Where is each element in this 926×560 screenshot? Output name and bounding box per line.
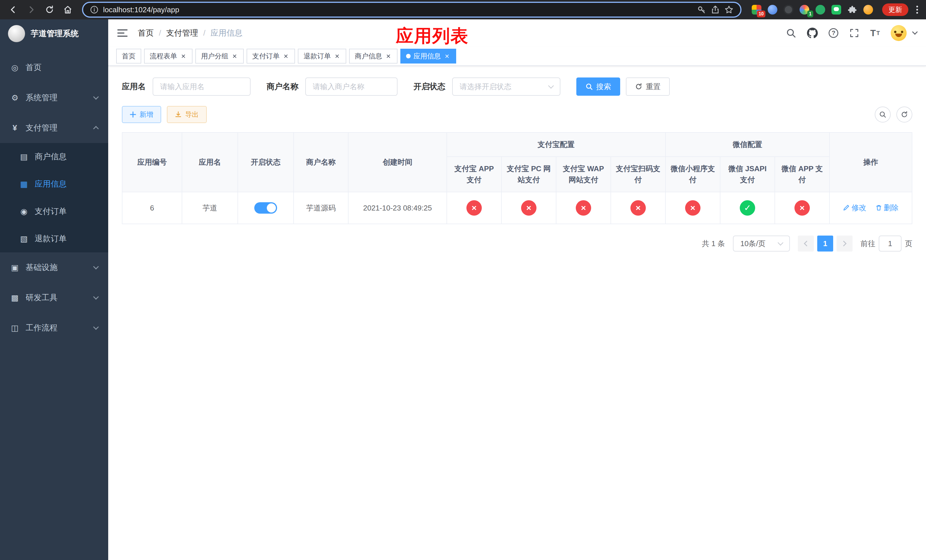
extension-green-circle-icon[interactable]: [816, 5, 825, 15]
sidebar-item-home[interactable]: 首页: [0, 52, 108, 83]
cell-created: 2021-10-23 08:49:25: [348, 192, 447, 224]
tab-process-form[interactable]: 流程表单: [144, 49, 192, 64]
font-size-icon[interactable]: [870, 28, 880, 38]
sidebar-toggle-icon[interactable]: [117, 29, 127, 37]
next-page-button[interactable]: [837, 236, 853, 251]
col-header-id: 应用编号: [122, 132, 182, 192]
password-key-icon[interactable]: [697, 5, 706, 14]
sidebar: 芋道管理系统 首页 系统管理 支付管理 商户信息: [0, 20, 108, 560]
search-icon[interactable]: [786, 28, 796, 38]
col-header-alipay-app: 支付宝 APP 支付: [447, 157, 501, 192]
prev-page-button[interactable]: [798, 236, 814, 251]
tab-user-group[interactable]: 用户分组: [195, 49, 244, 64]
tab-label: 退款订单: [304, 51, 331, 61]
extension-colorful-icon[interactable]: 1: [800, 5, 809, 15]
chevron-down-icon: [93, 294, 99, 300]
browser-menu-icon[interactable]: [914, 6, 920, 14]
fullscreen-icon[interactable]: [849, 28, 859, 38]
edit-link[interactable]: 修改: [843, 203, 866, 213]
extension-chat-icon[interactable]: [831, 5, 841, 15]
grid-icon: [20, 179, 29, 189]
group-header-alipay: 支付宝配置: [447, 132, 666, 157]
delete-link[interactable]: 删除: [875, 203, 899, 213]
sidebar-item-pay-order[interactable]: 支付订单: [0, 198, 108, 225]
sidebar-item-workflow[interactable]: 工作流程: [0, 313, 108, 343]
sidebar-item-app-info[interactable]: 应用信息: [0, 170, 108, 198]
col-header-actions: 操作: [829, 132, 912, 192]
help-icon[interactable]: [829, 28, 838, 38]
search-button[interactable]: 搜索: [576, 77, 620, 96]
user-avatar[interactable]: [891, 25, 906, 41]
extension-blue-icon[interactable]: [768, 5, 777, 15]
reset-button[interactable]: 重置: [626, 77, 670, 96]
sidebar-item-devtools[interactable]: 研发工具: [0, 283, 108, 313]
share-icon[interactable]: [711, 5, 720, 14]
app-name-input[interactable]: [153, 77, 251, 96]
forward-button[interactable]: [24, 2, 39, 17]
close-icon[interactable]: [231, 53, 238, 59]
github-icon[interactable]: [807, 28, 818, 38]
close-icon[interactable]: [180, 53, 187, 59]
breadcrumb-current: 应用信息: [198, 28, 243, 38]
app-title: 芋道管理系统: [31, 28, 79, 39]
site-info-icon[interactable]: [90, 5, 98, 14]
close-icon[interactable]: [334, 53, 340, 59]
toolbox-icon: [10, 293, 20, 303]
url-text[interactable]: localhost:1024/pay/app: [103, 5, 693, 14]
sidebar-item-payment[interactable]: 支付管理: [0, 113, 108, 143]
sidebar-item-label: 支付管理: [26, 123, 57, 133]
sidebar-item-label: 商户信息: [35, 151, 67, 162]
tab-home[interactable]: 首页: [116, 49, 141, 64]
goto-page-input[interactable]: [879, 236, 902, 251]
reload-button[interactable]: [42, 2, 57, 17]
col-header-merchant: 商户名称: [294, 132, 348, 192]
goto-label: 前往: [861, 239, 875, 249]
wechat-mini-status-icon: ×: [685, 200, 701, 216]
extension-dark-icon[interactable]: [784, 5, 793, 15]
tab-app-info[interactable]: 应用信息: [400, 49, 456, 64]
chevron-down-icon: [778, 240, 783, 245]
extension-grid-icon[interactable]: 10: [752, 5, 761, 15]
home-button[interactable]: [61, 2, 75, 17]
breadcrumb-home[interactable]: 首页: [138, 28, 154, 38]
close-icon[interactable]: [385, 53, 392, 59]
alipay-wap-status-icon: ×: [576, 200, 591, 216]
status-toggle[interactable]: [254, 202, 277, 213]
tab-refund-order[interactable]: 退款订单: [298, 49, 346, 64]
close-icon[interactable]: [283, 53, 289, 59]
extensions-puzzle-icon[interactable]: [847, 5, 857, 15]
sidebar-item-refund-order[interactable]: 退款订单: [0, 225, 108, 252]
address-bar[interactable]: localhost:1024/pay/app: [82, 2, 741, 18]
export-button[interactable]: 导出: [167, 106, 207, 123]
alipay-qr-status-icon: ×: [631, 200, 646, 216]
total-count: 共 1 条: [702, 239, 725, 249]
sidebar-item-label: 研发工具: [26, 292, 57, 303]
extension-badge: 1: [807, 11, 813, 17]
chevron-down-icon: [93, 324, 99, 330]
page-size-select[interactable]: 10条/页: [733, 236, 790, 251]
chrome-update-button[interactable]: 更新: [882, 3, 908, 16]
chevron-down-icon: [93, 94, 99, 100]
add-button[interactable]: 新增: [122, 106, 161, 123]
sidebar-item-label: 支付订单: [35, 206, 67, 217]
breadcrumb-payment[interactable]: 支付管理: [154, 28, 198, 38]
merchant-name-input[interactable]: [305, 77, 398, 96]
sidebar-item-merchant-info[interactable]: 商户信息: [0, 143, 108, 170]
tab-pay-order[interactable]: 支付订单: [247, 49, 295, 64]
tab-merchant-info[interactable]: 商户信息: [349, 49, 398, 64]
app-logo[interactable]: 芋道管理系统: [0, 20, 108, 48]
col-header-alipay-wap: 支付宝 WAP 网站支付: [556, 157, 611, 192]
close-icon[interactable]: [443, 53, 451, 59]
cell-merchant: 芋道源码: [294, 192, 348, 224]
sidebar-item-infrastructure[interactable]: 基础设施: [0, 252, 108, 283]
status-select[interactable]: 请选择开启状态: [452, 77, 560, 96]
sidebar-item-system[interactable]: 系统管理: [0, 83, 108, 113]
avatar-caret-icon[interactable]: [912, 29, 918, 35]
profile-avatar-icon[interactable]: [863, 5, 873, 15]
page-number-button[interactable]: 1: [817, 236, 833, 251]
back-button[interactable]: [6, 2, 21, 17]
refresh-table-button[interactable]: [896, 106, 912, 123]
bookmark-star-icon[interactable]: [725, 5, 734, 14]
toggle-search-button[interactable]: [875, 106, 891, 123]
extensions-area: 10 1: [748, 5, 876, 15]
